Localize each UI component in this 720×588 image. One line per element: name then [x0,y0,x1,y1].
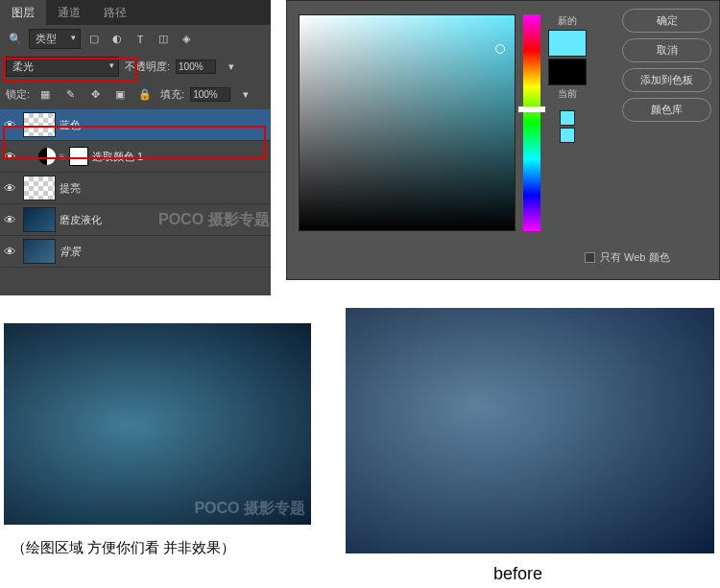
opacity-label: 不透明度: [125,59,170,74]
add-swatch-button[interactable]: 添加到色板 [622,68,711,92]
preview-before [346,308,714,553]
color-cursor[interactable] [495,44,505,54]
fill-label: 填充: [160,87,184,102]
filter-smart-icon[interactable]: ◈ [177,30,196,49]
filter-type-select[interactable]: 类型 ▾ [29,29,81,49]
color-picker-dialog: 新的 当前 确定 取消 添加到色板 颜色库 H:度 S:% B:% R: G: … [286,0,720,280]
hue-slider[interactable] [523,14,540,231]
layer-row[interactable]: 👁 蓝色 [0,109,271,141]
layer-row[interactable]: 👁 提亮 [0,173,271,204]
ok-button[interactable]: 确定 [622,9,711,33]
tab-layers[interactable]: 图层 [0,0,46,25]
mini-swatch[interactable] [560,128,575,143]
saturation-field[interactable] [299,14,516,231]
layer-row[interactable]: 👁 磨皮液化 [0,204,271,236]
layer-thumbnail[interactable] [23,239,56,264]
filter-shape-icon[interactable]: ◫ [154,30,173,49]
tab-paths[interactable]: 路径 [92,0,138,25]
layer-thumbnail[interactable] [23,176,56,200]
watermark: POCO 摄影专题 [194,499,305,519]
lock-move-icon[interactable]: ✥ [85,84,105,104]
lock-all-icon[interactable]: 🔒 [135,84,155,104]
opacity-input[interactable] [176,59,216,74]
caption-before: before [493,564,542,584]
lock-transparent-icon[interactable]: ▦ [36,84,55,104]
layer-row[interactable]: 👁 ⎘ 选取颜色 1 [0,141,271,173]
visibility-icon[interactable]: 👁 [0,181,19,196]
current-label: 当前 [558,87,577,101]
filter-row: 🔍 类型 ▾ ▢ ◐ T ◫ ◈ [0,25,271,53]
blend-row: 柔光 ▾ 不透明度: ▾ [0,53,271,81]
panel-tabs: 图层 通道 路径 [0,0,271,25]
preview-drawing-region: POCO 摄影专题 [4,323,311,525]
layer-thumbnail[interactable] [23,207,56,232]
layer-thumbnail[interactable] [23,112,56,137]
web-only-row: 只有 Web 颜色 [585,250,670,265]
search-icon[interactable]: 🔍 [6,30,25,49]
layer-name: 提亮 [60,181,81,196]
lock-label: 锁定: [6,87,30,102]
link-icon: ⎘ [60,153,69,161]
cancel-button[interactable]: 取消 [622,38,711,62]
layer-name: 背景 [60,245,81,259]
tab-channels[interactable]: 通道 [46,0,92,25]
layer-row[interactable]: 👁 背景 [0,236,271,268]
hue-cursor[interactable] [518,106,545,112]
chevron-down-icon: ▾ [109,60,114,70]
chevron-down-icon[interactable]: ▾ [236,84,255,104]
caption-drawing: （绘图区域 方便你们看 并非效果） [12,539,235,557]
fill-input[interactable] [190,87,230,102]
layer-name: 磨皮液化 [60,213,102,227]
layer-name: 蓝色 [60,118,81,132]
visibility-icon[interactable]: 👁 [0,213,19,227]
filter-type-value: 类型 [36,33,57,44]
layer-name: 选取颜色 1 [92,150,143,164]
visibility-icon[interactable]: 👁 [0,118,19,132]
new-label: 新的 [558,14,577,28]
visibility-icon[interactable]: 👁 [0,150,19,164]
swatch-preview: 新的 当前 [548,14,587,231]
color-library-button[interactable]: 颜色库 [622,98,711,122]
adjustment-icon [38,148,56,165]
visibility-icon[interactable]: 👁 [0,245,19,259]
lock-brush-icon[interactable]: ✎ [60,84,80,104]
web-only-label: 只有 Web 颜色 [600,250,670,265]
chevron-down-icon: ▾ [71,33,76,42]
layer-mask[interactable] [69,147,88,166]
lock-row: 锁定: ▦ ✎ ✥ ▣ 🔒 填充: ▾ [0,81,271,107]
lock-artboard-icon[interactable]: ▣ [110,84,130,104]
chevron-down-icon[interactable]: ▾ [222,58,241,77]
web-only-checkbox[interactable] [585,252,595,263]
new-color-swatch [548,30,587,57]
current-color-swatch [548,59,587,85]
filter-text-icon[interactable]: T [131,30,150,49]
layers-panel: 图层 通道 路径 🔍 类型 ▾ ▢ ◐ T ◫ ◈ 柔光 ▾ 不透明度: ▾ 锁… [0,0,271,295]
blend-mode-select[interactable]: 柔光 ▾ [6,57,119,77]
layers-list: 👁 蓝色 👁 ⎘ 选取颜色 1 👁 提亮 👁 磨皮液化 👁 背景 [0,109,271,268]
dialog-buttons: 确定 取消 添加到色板 颜色库 [622,9,711,122]
blend-mode-value: 柔光 [12,60,34,72]
filter-adjust-icon[interactable]: ◐ [108,30,127,49]
filter-image-icon[interactable]: ▢ [84,30,104,49]
mini-swatch[interactable] [560,110,575,126]
